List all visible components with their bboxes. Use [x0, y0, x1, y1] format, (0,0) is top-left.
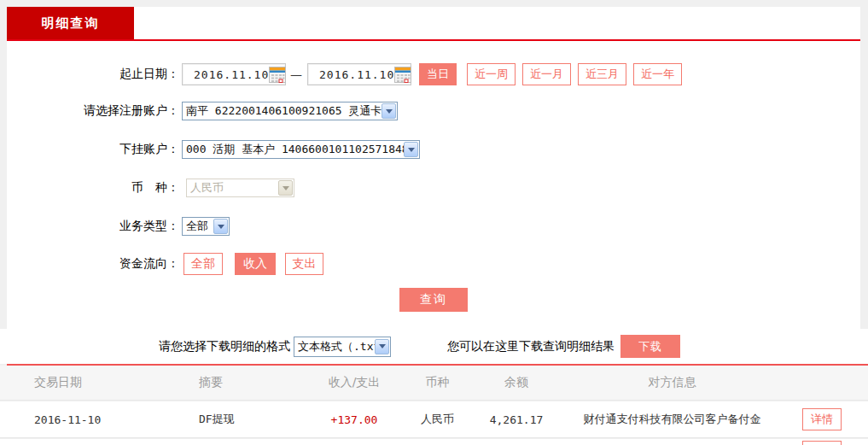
download-format-value: 文本格式（.txt） — [294, 339, 375, 354]
download-band: 请您选择下载明细的格式 文本格式（.txt） 您可以在这里下载查询明细结果 下载 — [0, 329, 868, 364]
cell-currency: 人民币 — [405, 412, 469, 427]
business-type-value: 全部 — [183, 219, 213, 234]
currency-value: 人民币 — [187, 180, 278, 196]
header-balance: 余额 — [469, 375, 563, 390]
sub-account-value: 000 活期 基本户 1406600101102571848 — [183, 142, 404, 157]
date-range-row: 起止日期： 2016.11.10 — 2016.11.10 — [7, 63, 860, 85]
sub-account-row: 下挂账户： 000 活期 基本户 1406600101102571848 — [7, 140, 860, 159]
download-button[interactable]: 下载 — [620, 335, 680, 358]
header-amount: 收入/支出 — [303, 375, 405, 390]
business-type-label: 业务类型： — [7, 219, 179, 234]
download-format-label: 请您选择下载明细的格式 — [159, 339, 290, 354]
cell-summary: DF提现 — [199, 412, 303, 427]
chevron-down-icon — [278, 180, 293, 196]
header-counterparty: 对方信息 — [563, 375, 781, 390]
currency-select: 人民币 — [186, 179, 294, 197]
chevron-down-icon[interactable] — [382, 103, 396, 119]
cell-date: 2016-11-10 — [34, 413, 199, 426]
download-hint: 您可以在这里下载查询明细结果 — [447, 339, 615, 354]
register-account-select[interactable]: 南平 6222001406100921065 灵通卡 — [182, 102, 398, 120]
quick-range-month-button[interactable]: 近一月 — [522, 63, 571, 85]
table-row: 2016-11-10 DF提现 +137.00 人民币 4,261.17 财付通… — [0, 401, 868, 438]
form-panel: 明细查询 起止日期： 2016.11.10 — — [7, 7, 860, 329]
cell-balance: 4,261.17 — [469, 413, 563, 426]
fund-flow-expense-button[interactable]: 支出 — [285, 253, 323, 275]
calendar-icon[interactable] — [269, 67, 286, 83]
chevron-down-icon[interactable] — [375, 339, 389, 354]
tab-underline — [7, 39, 860, 41]
detail-query-page: 明细查询 起止日期： 2016.11.10 — — [0, 0, 868, 445]
table-header: 交易日期 摘要 收入/支出 币种 余额 对方信息 — [0, 366, 868, 401]
register-account-label: 请选择注册账户： — [7, 103, 179, 119]
fund-flow-row: 资金流向： 全部 收入 支出 — [7, 253, 860, 275]
query-button[interactable]: 查询 — [399, 288, 468, 312]
calendar-icon[interactable] — [394, 67, 411, 83]
tab-detail-query[interactable]: 明细查询 — [7, 7, 134, 39]
business-type-row: 业务类型： 全部 — [7, 217, 860, 236]
sub-account-label: 下挂账户： — [7, 142, 179, 157]
currency-row: 币 种： 人民币 — [7, 179, 860, 197]
quick-range-week-button[interactable]: 近一周 — [467, 63, 516, 85]
business-type-select[interactable]: 全部 — [182, 217, 230, 236]
quick-range-year-button[interactable]: 近一年 — [633, 63, 682, 85]
quick-range-quarter-button[interactable]: 近三月 — [578, 63, 626, 85]
fund-flow-all-button[interactable]: 全部 — [184, 253, 223, 275]
start-date-value: 2016.11.10 — [183, 68, 269, 81]
end-date-value: 2016.11.10 — [308, 68, 394, 81]
header-currency: 币种 — [405, 375, 469, 390]
quick-range-today-button[interactable]: 当日 — [419, 63, 457, 85]
cell-amount: +137.00 — [303, 413, 405, 426]
date-range-label: 起止日期： — [7, 67, 179, 82]
start-date-input[interactable]: 2016.11.10 — [182, 63, 286, 85]
currency-label: 币 种： — [7, 180, 179, 196]
chevron-down-icon[interactable] — [404, 142, 418, 157]
fund-flow-label: 资金流向： — [7, 256, 179, 272]
detail-button[interactable]: 详情 — [802, 408, 842, 430]
chevron-down-icon[interactable] — [213, 219, 228, 234]
register-account-value: 南平 6222001406100921065 灵通卡 — [183, 103, 382, 119]
sub-account-select[interactable]: 000 活期 基本户 1406600101102571848 — [182, 140, 420, 159]
cell-counterparty: 财付通支付科技有限公司客户备付金 — [563, 412, 781, 427]
table-row-partial — [0, 439, 868, 445]
detail-button-partial[interactable] — [802, 441, 842, 445]
download-format-select[interactable]: 文本格式（.txt） — [294, 337, 391, 357]
fund-flow-income-button[interactable]: 收入 — [235, 253, 276, 275]
date-range-separator: — — [290, 67, 302, 81]
header-summary: 摘要 — [199, 375, 303, 390]
register-account-row: 请选择注册账户： 南平 6222001406100921065 灵通卡 — [7, 102, 860, 120]
header-date: 交易日期 — [34, 375, 199, 390]
end-date-input[interactable]: 2016.11.10 — [307, 63, 411, 85]
